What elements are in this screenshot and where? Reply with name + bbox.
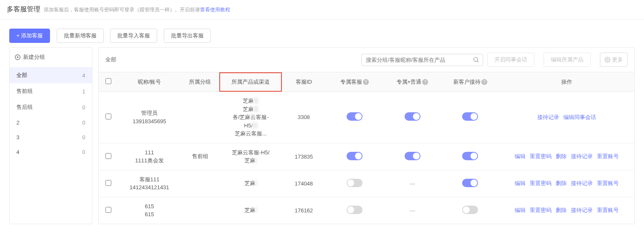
dash: --- — [410, 180, 415, 187]
more-button[interactable]: 更多 — [600, 53, 628, 67]
cell-group: 售前组 — [181, 143, 219, 170]
new-group-label: 新建分组 — [23, 53, 45, 61]
sidebar-item[interactable]: 40 — [10, 145, 92, 159]
sidebar-item-label: 售后组 — [16, 103, 33, 111]
cell-group — [181, 170, 219, 197]
dash: --- — [410, 207, 415, 214]
row-checkbox[interactable] — [105, 180, 111, 186]
cell-ops: 接待记录编辑同事会话 — [499, 92, 634, 143]
sidebar-item-label: 3 — [16, 134, 19, 140]
cell-group — [181, 197, 219, 224]
agent-table: 昵称/账号 所属分组 所属产品或渠道 客服ID 专属客服? 专属+普通? 新客户… — [98, 72, 635, 224]
page-desc: 添加客服后，客服使用账号密码即可登录（跟管理员一样）。开启前请查看使用教程 — [44, 7, 230, 13]
op-link[interactable]: 重置密码 — [530, 180, 552, 186]
sidebar-item[interactable]: 30 — [10, 130, 92, 145]
toggle-switch[interactable] — [347, 179, 363, 187]
row-checkbox[interactable] — [105, 153, 111, 159]
toggle-switch[interactable] — [462, 206, 478, 214]
op-link[interactable]: 接待记录 — [571, 180, 593, 186]
sidebar-item-label: 售前组 — [16, 87, 33, 95]
cell-ops: 编辑重置密码删除接待记录重置账号 — [499, 143, 634, 170]
sidebar-item-label: 4 — [16, 149, 19, 155]
col-cs-id: 客服ID — [282, 72, 325, 92]
table-row: 管理员13918345695芝麻 /芝麻 /务/芝麻云客服-H5/ /芝麻云客服… — [99, 92, 634, 143]
cell-nickname: 1111111奥会发 — [118, 143, 181, 170]
sidebar-item[interactable]: 售后组0 — [10, 99, 92, 115]
toggle-switch[interactable] — [462, 112, 478, 121]
op-link[interactable]: 重置账号 — [597, 153, 619, 159]
op-link[interactable]: 重置账号 — [597, 180, 619, 186]
search-input[interactable] — [361, 54, 483, 66]
col-group: 所属分组 — [181, 72, 219, 92]
toggle-switch[interactable] — [347, 206, 363, 214]
cell-nickname: 615615 — [118, 197, 181, 224]
toggle-switch[interactable] — [405, 152, 421, 160]
select-all-checkbox[interactable] — [105, 78, 111, 84]
svg-line-4 — [477, 61, 478, 62]
sidebar-item[interactable]: 20 — [10, 115, 92, 130]
help-icon[interactable]: ? — [481, 79, 487, 85]
gear-icon — [605, 57, 610, 63]
op-link[interactable]: 编辑 — [515, 153, 526, 159]
sidebar-item-count: 0 — [82, 119, 85, 126]
toggle-switch[interactable] — [347, 152, 363, 160]
col-exclusive-normal: 专属+普通? — [384, 72, 442, 92]
edit-product-button[interactable]: 编辑所属产品 — [544, 53, 591, 67]
svg-point-3 — [474, 58, 478, 61]
help-icon[interactable]: ? — [422, 79, 428, 85]
op-link[interactable]: 删除 — [556, 153, 567, 159]
batch-add-button[interactable]: 批量新增客服 — [57, 29, 104, 43]
new-group-button[interactable]: 新建分组 — [10, 48, 92, 67]
cell-product: 芝麻云客服-H5/芝麻 — [219, 143, 282, 170]
sidebar-item-label: 全部 — [16, 71, 27, 79]
search-box — [361, 54, 483, 66]
op-link[interactable]: 编辑 — [515, 180, 526, 186]
open-colleague-session-button[interactable]: 开启同事会话 — [487, 53, 534, 67]
op-link[interactable]: 接待记录 — [571, 153, 593, 159]
add-agent-button[interactable]: + 添加客服 — [9, 29, 50, 43]
plus-circle-icon — [15, 54, 21, 60]
col-exclusive: 专属客服? — [326, 72, 384, 92]
toggle-switch[interactable] — [462, 152, 478, 160]
batch-export-button[interactable]: 批量导出客服 — [164, 29, 211, 43]
help-icon[interactable]: ? — [363, 79, 369, 85]
tutorial-link[interactable]: 查看使用教程 — [200, 7, 230, 13]
op-link[interactable]: 接待记录 — [571, 207, 593, 213]
cell-group — [181, 92, 219, 143]
cell-nickname: 管理员13918345695 — [118, 92, 181, 143]
sidebar-item-count: 4 — [82, 72, 85, 79]
col-new-customer: 新客户接待? — [441, 72, 499, 92]
main-panel: 全部 开启同事会话 编辑所属产品 更多 — [98, 47, 635, 224]
col-ops: 操作 — [499, 72, 634, 92]
op-link[interactable]: 接待记录 — [537, 114, 559, 120]
op-link[interactable]: 重置账号 — [597, 207, 619, 213]
op-link[interactable]: 删除 — [556, 180, 567, 186]
breadcrumb: 全部 — [105, 56, 116, 64]
cell-nickname: 客服1111412434121431 — [118, 170, 181, 197]
cell-ops: 编辑重置密码删除接待记录重置账号 — [499, 170, 634, 197]
op-link[interactable]: 重置密码 — [530, 153, 552, 159]
table-row: 1111111奥会发售前组芝麻云客服-H5/芝麻 173835编辑重置密码删除接… — [99, 143, 634, 170]
cell-product: 芝麻 /芝麻 /务/芝麻云客服-H5/ /芝麻云客服... — [219, 92, 282, 143]
svg-point-5 — [607, 59, 608, 61]
op-link[interactable]: 重置密码 — [530, 207, 552, 213]
toolbar: + 添加客服 批量新增客服 批量导入客服 批量导出客服 — [0, 19, 644, 47]
toggle-switch[interactable] — [462, 179, 478, 187]
batch-import-button[interactable]: 批量导入客服 — [110, 29, 157, 43]
sidebar-item[interactable]: 全部4 — [10, 67, 92, 83]
op-link[interactable]: 编辑同事会话 — [563, 114, 596, 120]
sidebar-item[interactable]: 售前组1 — [10, 83, 92, 99]
toggle-switch[interactable] — [405, 112, 421, 121]
cell-product: 芝麻 — [219, 170, 282, 197]
search-icon[interactable] — [473, 56, 479, 63]
toggle-switch[interactable] — [347, 112, 363, 121]
row-checkbox[interactable] — [105, 114, 111, 119]
row-checkbox[interactable] — [105, 207, 111, 213]
op-link[interactable]: 删除 — [556, 207, 567, 213]
table-row: 615615芝麻 176162---编辑重置密码删除接待记录重置账号 — [99, 197, 634, 224]
op-link[interactable]: 编辑 — [515, 207, 526, 213]
cell-cs-id: 3308 — [282, 92, 325, 143]
sidebar-item-label: 2 — [16, 119, 19, 126]
col-nickname: 昵称/账号 — [118, 72, 181, 92]
sidebar-item-count: 0 — [82, 134, 85, 140]
